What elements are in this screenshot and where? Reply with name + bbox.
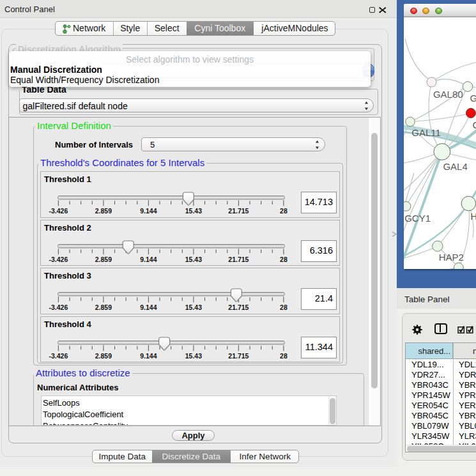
svg-text:GA: GA — [470, 92, 476, 103]
svg-text:21.715: 21.715 — [228, 351, 249, 359]
svg-text:15.43: 15.43 — [185, 207, 202, 215]
svg-text:15.43: 15.43 — [185, 303, 202, 311]
svg-text:15.43: 15.43 — [185, 255, 202, 263]
svg-text:9.144: 9.144 — [140, 351, 157, 359]
svg-text:GAL4: GAL4 — [443, 160, 467, 171]
svg-text:C: C — [472, 119, 476, 130]
svg-text:9.144: 9.144 — [140, 207, 157, 215]
svg-text:2.859: 2.859 — [95, 351, 112, 359]
svg-text:21.715: 21.715 — [228, 207, 249, 215]
svg-text:28: 28 — [280, 303, 288, 311]
svg-text:GAL80: GAL80 — [433, 88, 463, 99]
svg-text:H: H — [470, 210, 476, 221]
svg-text:21.715: 21.715 — [228, 255, 249, 263]
svg-text:2.859: 2.859 — [95, 303, 112, 311]
svg-text:HAP2: HAP2 — [438, 252, 463, 263]
svg-text:28: 28 — [280, 351, 288, 359]
svg-text:28: 28 — [280, 255, 288, 263]
svg-text:-3.426: -3.426 — [49, 255, 68, 263]
svg-text:-3.426: -3.426 — [49, 303, 68, 311]
svg-text:9.144: 9.144 — [140, 303, 157, 311]
svg-text:-3.426: -3.426 — [49, 351, 68, 359]
svg-text:GCY1: GCY1 — [404, 212, 431, 223]
svg-text:9.144: 9.144 — [140, 255, 157, 263]
svg-text:-3.426: -3.426 — [49, 207, 68, 215]
svg-text:28: 28 — [280, 207, 288, 215]
svg-text:21.715: 21.715 — [228, 303, 249, 311]
svg-text:GAL11: GAL11 — [411, 127, 441, 137]
svg-text:15.43: 15.43 — [185, 351, 202, 359]
svg-text:2.859: 2.859 — [95, 207, 112, 215]
svg-text:2.859: 2.859 — [95, 255, 112, 263]
